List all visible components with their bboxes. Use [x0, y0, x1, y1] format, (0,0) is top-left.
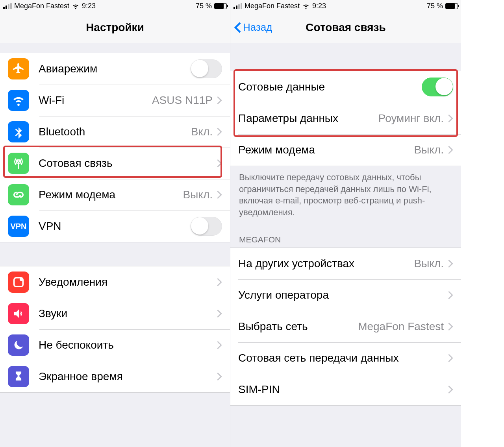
page-title: Настройки	[86, 21, 144, 34]
select-network-label: Выбрать сеть	[238, 320, 358, 333]
chevron-right-icon	[217, 190, 222, 199]
hotspot-label: Режим модема	[39, 188, 183, 201]
row-cell-data-network[interactable]: Сотовая сеть передачи данных	[230, 342, 461, 374]
nav-header: Настройки	[0, 12, 230, 43]
battery-icon	[214, 3, 227, 9]
other-devices-detail: Выкл.	[414, 257, 444, 270]
row-carrier-services[interactable]: Услуги оператора	[230, 279, 461, 311]
row-screentime[interactable]: Экранное время	[0, 361, 230, 392]
wifi-detail: ASUS N11P	[152, 94, 213, 107]
row-hotspot[interactable]: Режим модема Выкл.	[0, 179, 230, 211]
row-dnd[interactable]: Не беспокоить	[0, 329, 230, 361]
settings-screen: MegaFon Fastest 9:23 75 % Настройки Авиа…	[0, 0, 230, 447]
group-data: Сотовые данные Параметры данных Роуминг …	[230, 71, 461, 166]
row-sounds[interactable]: Звуки	[0, 298, 230, 329]
dnd-label: Не беспокоить	[39, 339, 217, 351]
data-options-label: Параметры данных	[238, 112, 378, 125]
cellular-data-label: Сотовые данные	[238, 81, 422, 93]
screentime-label: Экранное время	[39, 370, 217, 383]
cellular-icon	[8, 153, 29, 174]
carrier-label: MegaFon Fastest	[14, 2, 69, 10]
row-data-options[interactable]: Параметры данных Роуминг вкл.	[230, 103, 461, 134]
row-vpn[interactable]: VPN VPN	[0, 211, 230, 242]
chevron-right-icon	[448, 322, 453, 331]
sim-pin-label: SIM-PIN	[238, 383, 448, 396]
cellular-footer: Выключите передачу сотовых данных, чтобы…	[230, 166, 461, 226]
bluetooth-icon	[8, 121, 29, 142]
battery-pct: 75 %	[427, 2, 443, 10]
status-bar: MegaFon Fastest 9:23 75 %	[230, 0, 461, 12]
airplane-icon	[8, 58, 29, 79]
vpn-toggle[interactable]	[191, 217, 222, 236]
sounds-label: Звуки	[39, 307, 217, 320]
back-label: Назад	[243, 21, 272, 33]
chevron-right-icon	[448, 290, 453, 300]
bluetooth-label: Bluetooth	[39, 126, 191, 138]
chevron-right-icon	[448, 145, 453, 155]
group-carrier: На других устройствах Выкл. Услуги опера…	[230, 248, 461, 406]
nav-header: Назад Сотовая связь	[230, 12, 461, 43]
notifications-icon	[8, 272, 29, 293]
cellular-data-toggle[interactable]	[422, 78, 453, 96]
vpn-label: VPN	[39, 220, 191, 233]
airplane-label: Авиарежим	[39, 63, 191, 75]
select-network-detail: MegaFon Fastest	[358, 320, 444, 333]
battery-pct: 75 %	[196, 2, 212, 10]
chevron-right-icon	[448, 385, 453, 394]
chevron-right-icon	[217, 340, 222, 350]
chevron-right-icon	[217, 96, 222, 105]
cellular-label: Сотовая связь	[39, 157, 217, 170]
notifications-label: Уведомления	[39, 276, 217, 288]
section-carrier-header: MEGAFON	[230, 226, 461, 248]
row-bluetooth[interactable]: Bluetooth Вкл.	[0, 116, 230, 148]
data-options-detail: Роуминг вкл.	[378, 112, 444, 125]
row-notifications[interactable]: Уведомления	[0, 266, 230, 298]
other-devices-label: На других устройствах	[238, 257, 414, 270]
row-sim-pin[interactable]: SIM-PIN	[230, 374, 461, 405]
chevron-right-icon	[448, 259, 453, 268]
airplane-toggle[interactable]	[191, 59, 222, 78]
signal-icon	[3, 3, 12, 9]
cell-data-network-label: Сотовая сеть передачи данных	[238, 352, 448, 364]
hotspot-detail: Выкл.	[414, 144, 444, 156]
chevron-right-icon	[448, 114, 453, 123]
sounds-icon	[8, 303, 29, 324]
wifi-label: Wi-Fi	[39, 94, 152, 107]
chevron-right-icon	[217, 159, 222, 168]
hotspot-icon	[8, 184, 29, 205]
signal-icon	[233, 3, 242, 9]
chevron-right-icon	[217, 309, 222, 318]
wifi-icon	[302, 2, 310, 10]
hotspot-label: Режим модема	[238, 144, 414, 156]
vpn-icon: VPN	[8, 216, 29, 237]
chevron-right-icon	[217, 277, 222, 287]
row-select-network[interactable]: Выбрать сеть MegaFon Fastest	[230, 311, 461, 342]
row-hotspot[interactable]: Режим модема Выкл.	[230, 134, 461, 166]
row-cellular[interactable]: Сотовая связь	[0, 148, 230, 179]
hotspot-detail: Выкл.	[183, 188, 213, 201]
wifi-icon	[72, 2, 80, 10]
status-bar: MegaFon Fastest 9:23 75 %	[0, 0, 230, 12]
time-label: 9:23	[312, 2, 326, 10]
chevron-right-icon	[448, 353, 453, 363]
bluetooth-detail: Вкл.	[191, 126, 213, 138]
carrier-services-label: Услуги оператора	[238, 289, 448, 301]
row-cellular-data[interactable]: Сотовые данные	[230, 71, 461, 103]
row-wifi[interactable]: Wi-Fi ASUS N11P	[0, 85, 230, 116]
svg-point-1	[20, 278, 23, 281]
screentime-icon	[8, 366, 29, 387]
dnd-icon	[8, 334, 29, 356]
cellular-screen: MegaFon Fastest 9:23 75 % Назад Сотовая …	[230, 0, 461, 447]
battery-icon	[445, 3, 458, 9]
group-connectivity: Авиарежим Wi-Fi ASUS N11P Bluetooth Вкл.…	[0, 53, 230, 242]
wifi-icon	[8, 90, 29, 111]
row-airplane[interactable]: Авиарежим	[0, 53, 230, 85]
page-title: Сотовая связь	[306, 21, 386, 34]
chevron-right-icon	[217, 127, 222, 137]
back-button[interactable]: Назад	[234, 21, 272, 33]
time-label: 9:23	[82, 2, 96, 10]
chevron-right-icon	[217, 372, 222, 381]
group-notifications: Уведомления Звуки Не беспокоить Экранное…	[0, 266, 230, 393]
row-other-devices[interactable]: На других устройствах Выкл.	[230, 248, 461, 279]
carrier-label: MegaFon Fastest	[245, 2, 300, 10]
